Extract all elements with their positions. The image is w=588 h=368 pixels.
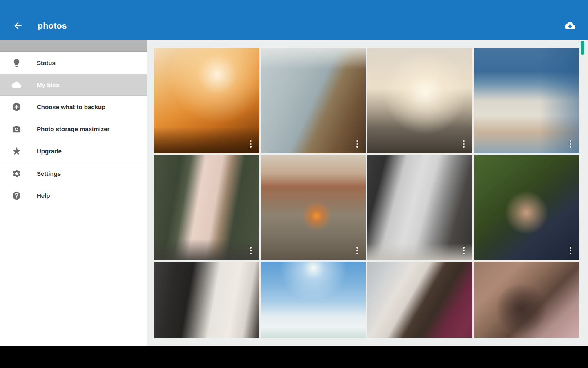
sidebar-item-photo-storage-maximizer[interactable]: Photo storage maximizer — [0, 118, 147, 140]
arrow-left-icon — [13, 20, 23, 31]
sidebar: Status My files Choose what to backup Ph… — [0, 40, 147, 346]
photo-tile[interactable] — [368, 48, 472, 153]
cloud-sync-button[interactable] — [562, 18, 578, 34]
photo-grid-area — [147, 40, 588, 346]
photo-tile[interactable] — [154, 155, 259, 260]
sidebar-item-label: Upgrade — [37, 148, 62, 155]
sidebar-item-label: Status — [37, 59, 56, 66]
more-options-icon[interactable] — [567, 139, 574, 149]
sidebar-item-label: Photo storage maximizer — [37, 126, 109, 132]
more-options-icon[interactable] — [460, 245, 468, 256]
more-options-icon[interactable] — [247, 245, 254, 256]
sidebar-item-label: Choose what to backup — [37, 103, 105, 110]
sidebar-top-strip — [0, 40, 147, 52]
photo-tile[interactable] — [154, 262, 259, 338]
photo-tile[interactable] — [261, 155, 366, 260]
scrollbar-thumb[interactable] — [581, 41, 584, 55]
photo-grid — [154, 48, 579, 338]
sidebar-item-upgrade[interactable]: Upgrade — [0, 140, 147, 162]
photo-tile[interactable] — [368, 155, 472, 260]
photo-tile[interactable] — [474, 155, 579, 260]
sidebar-item-label: Settings — [37, 170, 61, 177]
photo-tile[interactable] — [368, 262, 472, 338]
sidebar-item-status[interactable]: Status — [0, 52, 147, 74]
more-options-icon[interactable] — [354, 245, 361, 256]
page-title: photos — [38, 21, 562, 31]
sidebar-item-settings[interactable]: Settings — [0, 162, 147, 184]
lightbulb-icon — [12, 58, 21, 67]
sidebar-item-my-files[interactable]: My files — [0, 74, 147, 96]
camera-plus-icon — [12, 124, 21, 134]
more-options-icon[interactable] — [247, 139, 254, 149]
photo-tile[interactable] — [261, 48, 366, 153]
cloud-icon — [12, 80, 21, 90]
photo-grid-viewport — [154, 48, 579, 338]
sidebar-item-choose-what-to-backup[interactable]: Choose what to backup — [0, 96, 147, 118]
back-button[interactable] — [10, 18, 26, 34]
sidebar-item-label: Help — [37, 192, 50, 199]
star-icon — [12, 146, 21, 156]
more-options-icon[interactable] — [460, 139, 468, 149]
more-options-icon[interactable] — [567, 245, 574, 256]
photo-tile[interactable] — [261, 262, 366, 338]
photo-tile[interactable] — [474, 262, 579, 338]
sidebar-item-label: My files — [37, 81, 59, 88]
more-options-icon[interactable] — [354, 139, 361, 149]
help-icon — [12, 191, 21, 200]
cloud-download-icon — [565, 20, 575, 31]
photo-tile[interactable] — [474, 48, 579, 153]
sidebar-nav: Status My files Choose what to backup Ph… — [0, 52, 147, 206]
sidebar-item-help[interactable]: Help — [0, 184, 147, 206]
bottom-bar — [0, 346, 588, 368]
settings-gear-icon — [12, 169, 21, 178]
app-header: photos — [0, 0, 588, 40]
photo-tile[interactable] — [154, 48, 259, 153]
add-circle-icon — [12, 102, 21, 112]
